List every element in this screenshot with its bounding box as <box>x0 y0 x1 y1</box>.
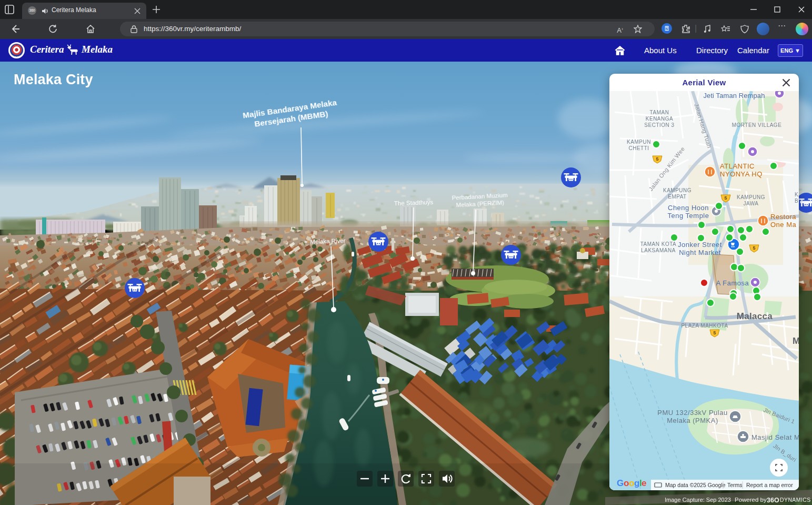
svg-text:Melaka (PMKA): Melaka (PMKA) <box>667 417 718 424</box>
svg-text:5: 5 <box>656 156 658 162</box>
svg-text:5: 5 <box>753 245 755 251</box>
svg-text:Restora: Restora <box>770 213 796 221</box>
svg-text:A Famosa: A Famosa <box>716 279 749 287</box>
svg-text:Cheng Hoon: Cheng Hoon <box>668 204 709 212</box>
svg-text:PMU 132/33kV Pulau: PMU 132/33kV Pulau <box>657 409 727 417</box>
svg-text:Malacca: Malacca <box>737 311 773 321</box>
svg-text:DYNAMICS: DYNAMICS <box>780 497 811 503</box>
svg-text:Melaka River: Melaka River <box>310 237 346 245</box>
svg-text:Night Market: Night Market <box>679 249 721 256</box>
svg-text:5: 5 <box>724 195 727 201</box>
svg-text:MORTEN VILLAGE: MORTEN VILLAGE <box>732 122 782 128</box>
svg-text:KAMPUN: KAMPUN <box>627 139 651 145</box>
svg-text:SECTION 3: SECTION 3 <box>644 122 674 128</box>
svg-text:KENANGA: KENANGA <box>646 116 673 122</box>
svg-text:Masjid Selat M: Masjid Selat M <box>751 433 799 441</box>
svg-text:LAKSAMANA: LAKSAMANA <box>641 247 676 253</box>
svg-text:BUKI: BUKI <box>795 198 799 204</box>
svg-text:36O: 36O <box>767 497 779 504</box>
svg-text:Powered by: Powered by <box>735 497 767 503</box>
svg-text:Teng Temple: Teng Temple <box>668 212 709 220</box>
svg-text:KAM: KAM <box>795 192 799 197</box>
svg-text:KAMPUNG: KAMPUNG <box>663 187 691 193</box>
svg-text:5: 5 <box>713 330 716 335</box>
svg-text:o: o <box>629 478 634 488</box>
svg-text:Report a map error: Report a map error <box>746 482 793 488</box>
svg-text:TAMAN KOTA: TAMAN KOTA <box>640 241 677 247</box>
svg-text:KAMPUNG: KAMPUNG <box>737 194 765 200</box>
svg-text:TAMAN: TAMAN <box>650 110 669 115</box>
svg-text:e: e <box>641 478 646 488</box>
svg-text:ME: ME <box>793 336 799 346</box>
svg-text:PLAZA MAHKOTA: PLAZA MAHKOTA <box>681 323 728 329</box>
svg-text:Terms: Terms <box>727 482 743 488</box>
svg-text:g: g <box>634 478 639 488</box>
svg-text:G: G <box>617 478 624 488</box>
svg-text:Melaka City: Melaka City <box>14 72 93 87</box>
svg-text:o: o <box>624 478 629 488</box>
svg-text:CHETTI: CHETTI <box>628 145 649 151</box>
svg-text:ATLANTIC: ATLANTIC <box>720 162 755 170</box>
svg-text:Image Capture: Sep 2023: Image Capture: Sep 2023 <box>665 497 731 503</box>
svg-text:JAWA: JAWA <box>743 201 758 206</box>
svg-text:NYONYA HQ: NYONYA HQ <box>720 170 763 178</box>
svg-text:Map data ©2025 Google: Map data ©2025 Google <box>665 482 726 488</box>
svg-text:EMPAT: EMPAT <box>668 194 686 200</box>
svg-text:One Ma: One Ma <box>770 221 797 229</box>
svg-text:Jeti Taman Rempah: Jeti Taman Rempah <box>703 92 765 100</box>
